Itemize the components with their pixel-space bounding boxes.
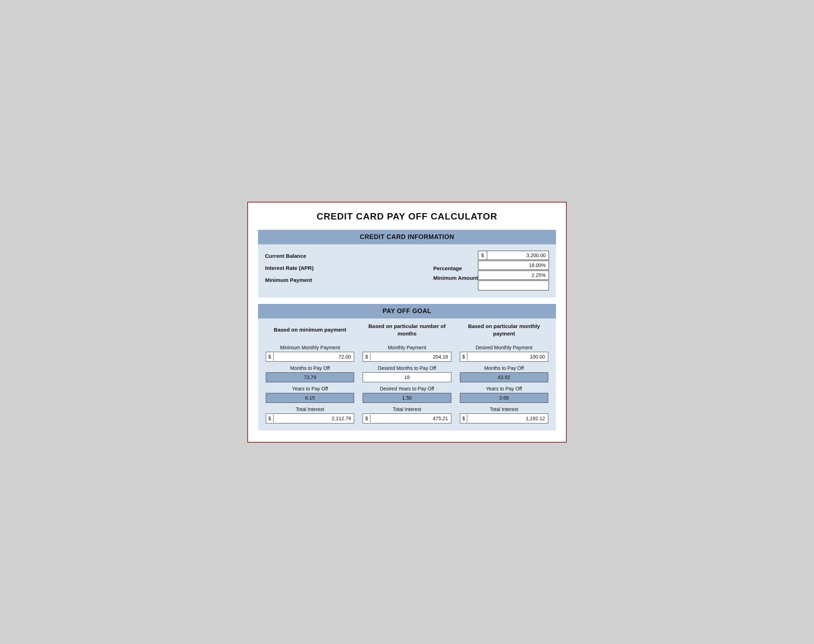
current-balance-input[interactable]: $ 3,200.00 bbox=[478, 251, 549, 260]
minimum-amount-input[interactable] bbox=[478, 281, 549, 290]
col3-years-label: Years to Pay Off bbox=[486, 386, 522, 391]
col2-interest-value[interactable]: 475.21 bbox=[370, 414, 451, 422]
col3-desired-monthly-input[interactable]: $ 100.00 bbox=[460, 352, 548, 362]
col3-months-box: 43.92 bbox=[460, 373, 548, 382]
col2-monthly-value[interactable]: 204.18 bbox=[370, 353, 451, 361]
main-title: CREDIT CARD PAY OFF CALCULATOR bbox=[258, 211, 556, 222]
col1-months-label: Months to Pay Off bbox=[290, 365, 330, 371]
col3-years-box: 3.66 bbox=[460, 393, 548, 403]
col2-desired-months-value[interactable]: 18 bbox=[363, 373, 451, 381]
interest-rate-label: Interest Rate (APR) bbox=[265, 263, 433, 273]
col3-dollar2: $ bbox=[460, 414, 468, 422]
col2-header: Based on particular number of months bbox=[362, 322, 451, 337]
info-sub-labels: Percentage Minimum Amount bbox=[433, 264, 478, 283]
col1-min-monthly-label: Minimum Monthly Payment bbox=[280, 345, 340, 350]
col1-years-box: 6.15 bbox=[266, 393, 354, 403]
col2-interest-input[interactable]: $ 475.21 bbox=[362, 414, 451, 423]
col1-min-monthly-value[interactable]: 72.00 bbox=[273, 353, 354, 361]
payoff-header: PAY OFF GOAL bbox=[258, 304, 556, 319]
col3-dollar1: $ bbox=[460, 353, 468, 361]
info-labels: Current Balance Interest Rate (APR) Mini… bbox=[265, 251, 433, 285]
col3-months-label: Months to Pay Off bbox=[484, 365, 524, 371]
percentage-input[interactable]: 2.25% bbox=[478, 271, 549, 280]
payoff-body: Based on minimum payment Minimum Monthly… bbox=[258, 319, 556, 431]
col1-months-box: 73.79 bbox=[266, 373, 354, 382]
interest-rate-value[interactable]: 18.00% bbox=[478, 261, 548, 270]
col2-desired-years-box: 1.50 bbox=[362, 393, 451, 403]
col1-interest-input[interactable]: $ 2,112.79 bbox=[266, 414, 354, 423]
col3-months-value: 43.92 bbox=[460, 373, 548, 381]
col-monthly-payment: Based on particular monthly payment Desi… bbox=[456, 319, 553, 423]
col2-desired-months-input[interactable]: 18 bbox=[362, 373, 451, 382]
col2-desired-years-value: 1.50 bbox=[363, 394, 451, 402]
payoff-section: PAY OFF GOAL Based on minimum payment Mi… bbox=[258, 304, 556, 431]
percentage-value[interactable]: 2.25% bbox=[478, 271, 548, 279]
col-months: Based on particular number of months Mon… bbox=[358, 319, 455, 423]
percentage-label: Percentage bbox=[433, 264, 462, 273]
col1-dollar1: $ bbox=[266, 353, 273, 361]
col3-desired-monthly-label: Desired Monthly Payment bbox=[476, 345, 532, 350]
col2-dollar2: $ bbox=[363, 414, 370, 422]
col2-desired-years-label: Desired Years to Pay Off bbox=[380, 386, 434, 391]
dollar-sign-balance: $ bbox=[478, 251, 487, 259]
col2-monthly-label: Monthly Payment bbox=[388, 345, 426, 350]
credit-card-header: CREDIT CARD INFORMATION bbox=[258, 230, 556, 244]
col3-interest-value[interactable]: 1,192.12 bbox=[467, 414, 548, 422]
col3-interest-label: Total Interest bbox=[490, 406, 518, 412]
col1-years-value: 6.15 bbox=[266, 394, 354, 402]
col2-desired-months-label: Desired Months to Pay Off bbox=[378, 365, 436, 371]
current-balance-value[interactable]: 3,200.00 bbox=[487, 251, 548, 259]
col2-dollar1: $ bbox=[363, 353, 370, 361]
payoff-grid: Based on minimum payment Minimum Monthly… bbox=[258, 319, 556, 423]
col2-monthly-input[interactable]: $ 204.18 bbox=[362, 352, 451, 362]
col1-header: Based on minimum payment bbox=[274, 322, 346, 337]
col1-interest-label: Total Interest bbox=[296, 406, 324, 412]
current-balance-label: Current Balance bbox=[265, 251, 433, 261]
col3-interest-input[interactable]: $ 1,192.12 bbox=[460, 414, 548, 423]
col3-header: Based on particular monthly payment bbox=[460, 322, 548, 337]
col3-years-value: 3.66 bbox=[460, 394, 548, 402]
info-inputs: $ 3,200.00 18.00% 2.25% bbox=[478, 251, 549, 291]
minimum-amount-label: Minimum Amount bbox=[433, 273, 478, 283]
col1-dollar2: $ bbox=[266, 414, 273, 422]
credit-card-body: Current Balance Interest Rate (APR) Mini… bbox=[258, 244, 556, 297]
col-minimum-payment: Based on minimum payment Minimum Monthly… bbox=[261, 319, 358, 423]
calculator-container: CREDIT CARD PAY OFF CALCULATOR CREDIT CA… bbox=[247, 202, 567, 443]
col1-months-value: 73.79 bbox=[266, 373, 354, 381]
info-grid: Current Balance Interest Rate (APR) Mini… bbox=[265, 251, 549, 291]
interest-rate-input[interactable]: 18.00% bbox=[478, 261, 549, 270]
col1-interest-value[interactable]: 2,112.79 bbox=[273, 414, 354, 422]
col2-interest-label: Total Interest bbox=[393, 406, 421, 412]
minimum-payment-label: Minimum Payment bbox=[265, 275, 433, 285]
col1-min-monthly-input[interactable]: $ 72.00 bbox=[266, 352, 354, 362]
col1-years-label: Years to Pay Off bbox=[292, 386, 328, 391]
col3-desired-monthly-value[interactable]: 100.00 bbox=[467, 353, 548, 361]
